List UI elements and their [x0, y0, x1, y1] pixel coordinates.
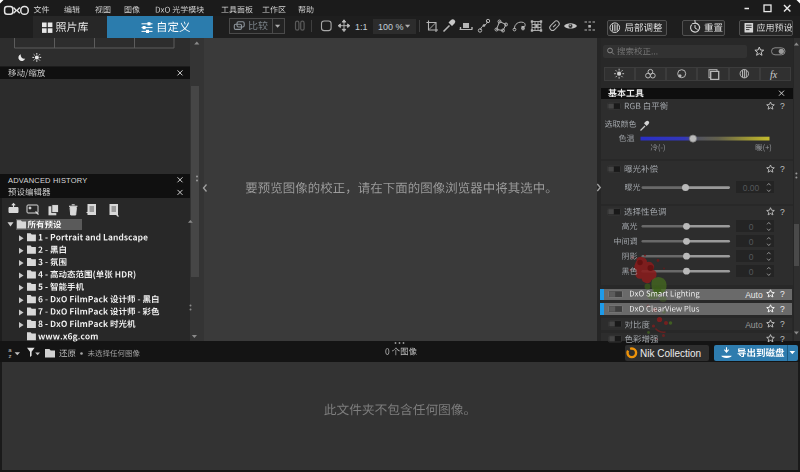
svg-text:fx: fx: [770, 69, 778, 80]
svg-text:?: ?: [780, 101, 785, 111]
svg-text:?: ?: [780, 319, 785, 329]
svg-text:?: ?: [780, 304, 785, 314]
svg-text:?: ?: [780, 334, 785, 344]
svg-text:?: ?: [780, 164, 785, 174]
svg-text:?: ?: [780, 289, 785, 299]
svg-text:?: ?: [780, 207, 785, 217]
svg-text:z: z: [8, 353, 11, 359]
svg-text:a: a: [8, 347, 12, 353]
